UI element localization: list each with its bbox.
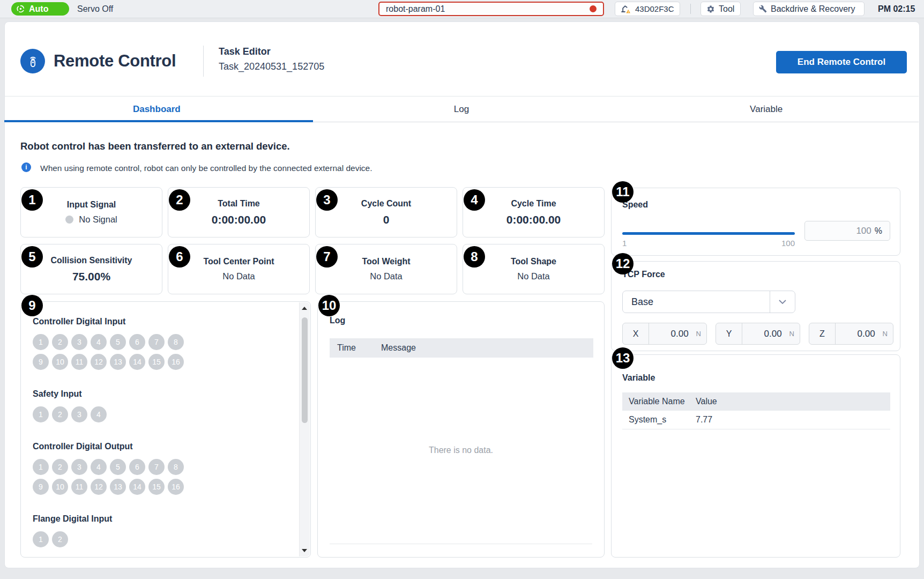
- signal-status-dot: [65, 216, 73, 224]
- coordinate-frame-select[interactable]: Base: [622, 291, 795, 313]
- robot-id-chip[interactable]: 43D02F3C: [615, 2, 680, 16]
- card-value: 0: [383, 213, 390, 226]
- info-icon: i: [21, 162, 31, 172]
- variable-value: 7.77: [696, 415, 712, 425]
- io-indicator: 3: [71, 334, 87, 350]
- tcp-force-z: Z 0.00 N: [809, 323, 893, 345]
- io-indicator: 1: [33, 459, 49, 475]
- wrench-icon: [759, 5, 767, 13]
- callout-badge-3: 3: [316, 189, 338, 211]
- card-title: Tool Weight: [362, 257, 410, 266]
- variable-title: Variable: [622, 373, 655, 383]
- scroll-up-icon[interactable]: [302, 307, 307, 310]
- io-indicator: 1: [33, 334, 49, 350]
- speed-min-label: 1: [622, 239, 627, 248]
- tab-variable[interactable]: Variable: [614, 96, 919, 122]
- log-title: Log: [330, 316, 345, 325]
- speed-value: 100: [856, 226, 871, 236]
- io-indicator: 2: [52, 334, 68, 350]
- remote-control-icon: [20, 49, 45, 73]
- io-indicator: 10: [52, 354, 68, 370]
- axis-unit: N: [694, 330, 706, 338]
- io-indicator: 12: [91, 479, 107, 495]
- io-indicator: 5: [110, 459, 126, 475]
- io-indicator: 14: [129, 479, 145, 495]
- end-remote-control-button[interactable]: End Remote Control: [776, 51, 907, 73]
- callout-badge-9: 9: [21, 295, 43, 316]
- speed-slider[interactable]: [622, 232, 795, 235]
- axis-value: 0.00: [836, 329, 881, 339]
- topbar-divider: [690, 4, 691, 14]
- io-section-title: Safety Input: [33, 389, 294, 399]
- panel-name: Task Editor: [219, 46, 271, 57]
- io-section: Controller Digital Input1234567891011121…: [33, 317, 294, 370]
- io-indicator: 2: [52, 459, 68, 475]
- io-indicator: 6: [129, 459, 145, 475]
- io-section: Flange Digital Input12: [33, 514, 294, 547]
- io-section-title: Controller Digital Input: [33, 317, 294, 326]
- tab-dashboard[interactable]: Dashboard: [4, 96, 309, 122]
- task-name: Task_20240531_152705: [219, 61, 324, 72]
- servo-status: Servo Off: [77, 0, 113, 18]
- tool-button[interactable]: Tool: [701, 2, 741, 16]
- card-value: No Signal: [79, 214, 117, 225]
- io-indicator: 5: [110, 334, 126, 350]
- io-indicator: 2: [52, 406, 68, 422]
- program-name-field[interactable]: robot-param-01: [378, 2, 604, 16]
- tcp-force-y: Y 0.00 N: [716, 323, 800, 345]
- header-divider: [203, 46, 204, 77]
- mode-label: Auto: [29, 4, 48, 14]
- tcp-force-x: X 0.00 N: [622, 323, 707, 345]
- tab-log[interactable]: Log: [309, 96, 614, 122]
- io-indicator: 14: [129, 354, 145, 370]
- tcp-force-axes: X 0.00 N Y 0.00 N Z 0.00 N: [622, 323, 893, 345]
- tcp-force-panel: TCP Force Base X 0.00 N Y 0.00 N Z 0.00 …: [611, 261, 900, 351]
- speed-panel: Speed 1 100 100 %: [611, 188, 900, 256]
- io-indicator-row: 910111213141516: [33, 479, 294, 495]
- variable-table-header: Variable Name Value: [622, 392, 890, 411]
- axis-label: Z: [809, 323, 836, 344]
- axis-value: 0.00: [742, 329, 787, 339]
- io-indicator-row: 1234: [33, 406, 294, 422]
- tool-label: Tool: [719, 4, 734, 14]
- table-row: System_s 7.77: [622, 411, 890, 429]
- variable-col-name: Variable Name: [622, 397, 696, 406]
- io-indicator: 2: [52, 531, 68, 547]
- scroll-down-icon[interactable]: [302, 549, 307, 552]
- backdrive-recovery-button[interactable]: Backdrive & Recovery: [753, 2, 865, 16]
- scrollbar[interactable]: [299, 302, 310, 556]
- callout-badge-6: 6: [169, 246, 190, 268]
- io-indicator: 13: [110, 479, 126, 495]
- page-title: Remote Control: [54, 51, 176, 71]
- io-indicator: 16: [168, 354, 184, 370]
- io-indicator: 9: [33, 354, 49, 370]
- io-section-title: Flange Digital Input: [33, 514, 294, 524]
- speed-value-input[interactable]: 100 %: [804, 221, 890, 241]
- card-title: Tool Shape: [511, 257, 556, 266]
- io-indicator: 15: [148, 479, 165, 495]
- card-title: Total Time: [218, 199, 260, 209]
- card-title: Tool Center Point: [203, 257, 274, 266]
- card-title: Cycle Time: [511, 199, 556, 209]
- callout-badge-12: 12: [612, 253, 634, 274]
- callout-badge-1: 1: [21, 189, 43, 211]
- scrollbar-thumb[interactable]: [302, 317, 308, 423]
- notice-info-text: When using remote control, robot can onl…: [40, 164, 372, 173]
- status-bar: Auto Servo Off robot-param-01 43D02F3C: [0, 0, 924, 18]
- log-table-header: Time Message: [330, 338, 593, 358]
- io-indicator: 7: [148, 334, 165, 350]
- tab-bar: Dashboard Log Variable: [4, 96, 919, 122]
- robot-warning-icon: [621, 4, 631, 14]
- mode-badge-auto[interactable]: Auto: [11, 2, 69, 16]
- card-value: No Data: [517, 271, 550, 281]
- axis-label: Y: [716, 323, 742, 344]
- log-col-message: Message: [381, 343, 416, 353]
- card-value: No Data: [370, 271, 403, 281]
- callout-badge-5: 5: [21, 246, 43, 268]
- io-indicator: 8: [168, 459, 184, 475]
- io-indicator: 12: [91, 354, 107, 370]
- io-indicator: 10: [52, 479, 68, 495]
- selected-frame: Base: [623, 296, 770, 308]
- recording-dot: [590, 5, 597, 12]
- io-section-title: Controller Digital Output: [33, 442, 294, 451]
